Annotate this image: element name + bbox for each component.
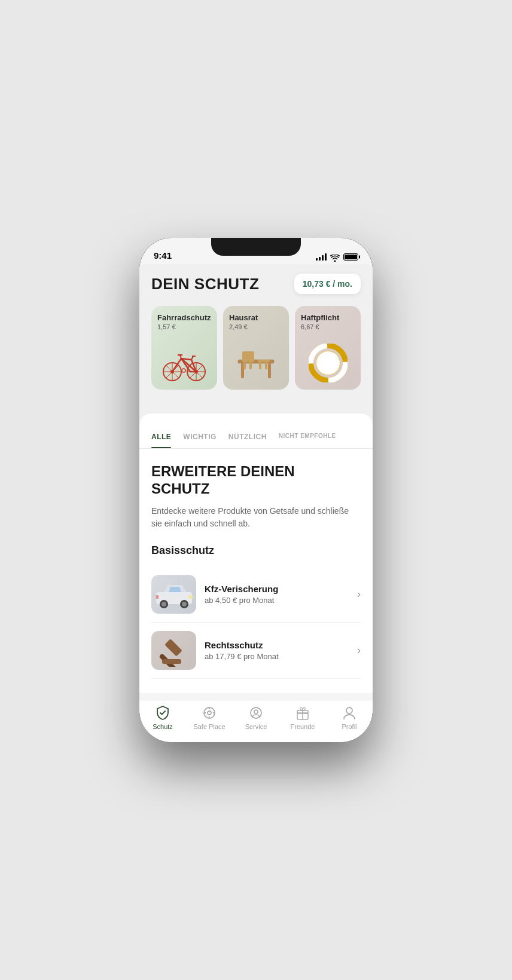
svg-rect-33	[265, 362, 267, 369]
profil-icon	[342, 705, 357, 721]
wifi-icon	[330, 253, 340, 261]
hero-title: DEIN SCHUTZ	[151, 275, 259, 293]
kfz-name: Kfz-Verischerung	[205, 584, 349, 594]
nav-service-label: Service	[245, 723, 267, 730]
tab-alle[interactable]: ALLE	[151, 425, 171, 448]
phone-frame: 9:41	[139, 238, 373, 742]
nav-profil-label: Profil	[342, 723, 356, 730]
hero-section: DEIN SCHUTZ 10,73 € / mo. Fahrradschutz …	[139, 264, 373, 414]
rechtsschutz-name: Rechtsschutz	[205, 640, 349, 650]
kfz-info: Kfz-Verischerung ab 4,50 € pro Monat	[205, 584, 349, 605]
svg-point-42	[182, 602, 187, 607]
tab-nicht-empfohlen[interactable]: NICHT EMPFOHLE	[279, 425, 336, 448]
svg-point-40	[161, 602, 166, 607]
nav-schutz[interactable]: Schutz	[139, 705, 186, 730]
nav-freunde[interactable]: Freunde	[279, 705, 326, 730]
card-fahrrad-price: 1,57 €	[157, 323, 176, 330]
nav-freunde-label: Freunde	[291, 723, 315, 730]
freunde-icon	[295, 705, 310, 721]
schutz-icon	[155, 705, 170, 721]
svg-line-12	[172, 359, 181, 372]
phone-notch	[211, 238, 301, 256]
haftpflicht-image	[301, 335, 355, 382]
nav-schutz-label: Schutz	[153, 723, 173, 730]
screen-content[interactable]: DEIN SCHUTZ 10,73 € / mo. Fahrradschutz …	[139, 264, 373, 700]
main-content: ERWEITERE DEINEN SCHUTZ Entdecke weitere…	[139, 449, 373, 693]
svg-rect-29	[243, 362, 246, 369]
svg-point-58	[346, 708, 352, 713]
bottom-nav: Schutz Safe Place	[139, 700, 373, 742]
hausrat-image	[229, 335, 283, 382]
svg-point-22	[182, 369, 185, 372]
phone-screen: 9:41	[139, 238, 373, 742]
svg-rect-30	[249, 362, 252, 369]
product-kfz[interactable]: Kfz-Verischerung ab 4,50 € pro Monat ›	[151, 566, 361, 623]
kfz-chevron-icon: ›	[357, 588, 361, 601]
card-haftpflicht[interactable]: Haftpflicht 6,67 €	[295, 306, 361, 390]
svg-rect-32	[259, 362, 261, 369]
svg-point-49	[208, 711, 211, 715]
product-rechtsschutz[interactable]: Rechtsschutz ab 17,79 € pro Monat ›	[151, 623, 361, 679]
nav-safe-place[interactable]: Safe Place	[186, 705, 233, 730]
svg-rect-27	[242, 351, 254, 360]
svg-rect-45	[164, 639, 182, 657]
price-badge[interactable]: 10,73 € / mo.	[294, 274, 361, 294]
tab-wichtig[interactable]: WICHTIG	[183, 425, 217, 448]
status-icons	[316, 253, 358, 261]
tab-nuetzlich[interactable]: NÜTZLICH	[228, 425, 267, 448]
filter-tabs: ALLE WICHTIG NÜTZLICH NICHT EMPFOHLE	[139, 425, 373, 449]
nav-profil[interactable]: Profil	[326, 705, 373, 730]
hero-header: DEIN SCHUTZ 10,73 € / mo.	[151, 274, 361, 294]
card-haftpflicht-title: Haftpflicht	[301, 313, 339, 322]
svg-rect-47	[162, 659, 181, 664]
svg-rect-31	[258, 360, 270, 362]
svg-rect-28	[242, 360, 254, 362]
kfz-price: ab 4,50 € pro Monat	[205, 596, 349, 605]
expand-heading: ERWEITERE DEINEN SCHUTZ	[151, 463, 361, 498]
status-time: 9:41	[154, 250, 172, 261]
card-haftpflicht-price: 6,67 €	[301, 323, 319, 330]
rechtsschutz-info: Rechtsschutz ab 17,79 € pro Monat	[205, 640, 349, 661]
price-badge-text: 10,73 € / mo.	[303, 279, 352, 289]
insurance-cards: Fahrradschutz 1,57 €	[151, 306, 361, 390]
rechtsschutz-chevron-icon: ›	[357, 644, 361, 657]
card-hausrat-price: 2,49 €	[229, 323, 248, 330]
fahrrad-image	[157, 335, 211, 382]
card-hausrat[interactable]: Hausrat 2,49 €	[223, 306, 289, 390]
battery-icon	[343, 253, 358, 261]
svg-point-43	[188, 595, 193, 599]
svg-rect-44	[156, 595, 159, 599]
svg-rect-26	[268, 363, 271, 378]
card-hausrat-title: Hausrat	[229, 313, 258, 322]
service-icon	[248, 705, 264, 721]
signal-icon	[316, 253, 327, 261]
rechtsschutz-price: ab 17,79 € pro Monat	[205, 652, 349, 661]
kfz-image	[151, 575, 196, 614]
rechtsschutz-image	[151, 631, 196, 670]
nav-safe-place-label: Safe Place	[193, 723, 225, 730]
card-fahrrad-title: Fahrradschutz	[157, 313, 211, 322]
svg-point-55	[254, 710, 258, 713]
nav-service[interactable]: Service	[233, 705, 279, 730]
expand-description: Entdecke weitere Produkte von Getsafe un…	[151, 505, 361, 530]
basisschutz-title: Basisschutz	[151, 544, 361, 557]
card-fahrradschutz[interactable]: Fahrradschutz 1,57 €	[151, 306, 217, 390]
safe-place-icon	[202, 705, 217, 721]
